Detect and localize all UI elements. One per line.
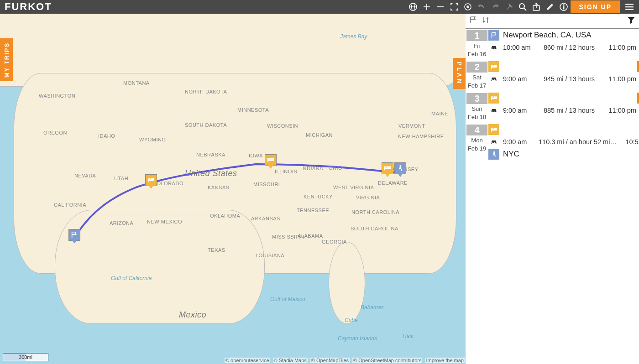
flag-icon — [488, 30, 499, 41]
info-icon[interactable] — [557, 0, 571, 14]
state-label: WISCONSIN — [267, 123, 298, 129]
stop-overnight[interactable] — [488, 61, 639, 73]
plan-tab[interactable]: PLAN — [453, 58, 466, 89]
map[interactable]: WASHINGTONMONTANANORTH DAKOTAMINNESOTASO… — [0, 14, 466, 364]
state-label: NEBRASKA — [196, 152, 225, 157]
sort-icon[interactable] — [482, 16, 490, 26]
state-label: WYOMING — [139, 137, 166, 142]
car-icon — [488, 44, 499, 51]
day-block: 1 FriFeb 16 Newport Beach, CA, USA 10:00… — [466, 29, 639, 61]
drive-row[interactable]: 9:00 am 885 mi / 13 hours 11:00 pm — [488, 104, 639, 117]
pin-icon[interactable] — [502, 0, 516, 14]
map-marker-overnight-2[interactable] — [265, 154, 277, 166]
car-icon — [488, 76, 499, 82]
day-meta: SatFeb 17 — [466, 73, 487, 89]
state-label: MINNESOTA — [237, 107, 269, 113]
state-label: TENNESSEE — [297, 208, 329, 213]
state-label: VIRGINIA — [356, 195, 380, 200]
state-label: ILLINOIS — [275, 169, 297, 174]
map-marker-overnight-3[interactable] — [382, 162, 393, 174]
day-number[interactable]: 4 — [466, 125, 487, 135]
edit-icon[interactable] — [543, 0, 557, 14]
state-label: MISSOURI — [253, 182, 280, 187]
country-label: United States — [185, 169, 237, 178]
drive-depart: 9:00 am — [503, 75, 535, 83]
edge-marker — [637, 93, 639, 104]
state-label: OHIO — [329, 165, 342, 171]
stop-overnight[interactable] — [488, 124, 639, 135]
water-label: Gulf of California — [111, 275, 152, 281]
state-label: ARIZONA — [110, 220, 133, 226]
stop-end[interactable]: NYC — [488, 148, 639, 160]
state-label: WASHINGTON — [39, 93, 75, 99]
map-marker-end[interactable] — [394, 162, 406, 174]
day-block: 2 SatFeb 17 9:00 am 945 mi / 13 hours 11… — [466, 61, 639, 92]
globe-icon[interactable] — [406, 0, 420, 14]
state-label: TEXAS — [208, 247, 225, 253]
plan-panel: 1 FriFeb 16 Newport Beach, CA, USA 10:00… — [466, 14, 639, 364]
bed-icon — [488, 124, 499, 135]
state-label: IDAHO — [98, 133, 115, 139]
map-marker-overnight-1[interactable] — [145, 174, 157, 186]
drive-arrive: 11:00 pm — [603, 44, 636, 51]
state-label: SOUTH CAROLINA — [351, 226, 398, 231]
bed-icon — [488, 61, 499, 72]
drive-row[interactable]: 9:00 am 110.3 mi / an hour 52 mi… 10:52 … — [488, 135, 639, 148]
undo-icon[interactable] — [475, 0, 488, 14]
locate-icon[interactable] — [461, 0, 475, 14]
redo-icon[interactable] — [488, 0, 502, 14]
stop-overnight[interactable] — [488, 92, 639, 104]
state-label: KANSAS — [208, 185, 230, 190]
day-number[interactable]: 3 — [466, 93, 487, 104]
drive-dist: 860 mi / 12 hours — [539, 44, 600, 51]
fullscreen-icon[interactable] — [447, 0, 461, 14]
day-meta: SunFeb 18 — [466, 105, 487, 121]
state-label: COLORADO — [153, 181, 183, 186]
stop-start[interactable]: Newport Beach, CA, USA — [488, 29, 639, 41]
my-trips-tab[interactable]: MY TRIPS — [0, 38, 13, 81]
drive-depart: 9:00 am — [503, 138, 535, 146]
day-number[interactable]: 2 — [466, 62, 487, 73]
drive-row[interactable]: 9:00 am 945 mi / 13 hours 11:00 pm — [488, 73, 639, 85]
state-label: SOUTH DAKOTA — [185, 122, 227, 128]
state-label: INDIANA — [301, 166, 323, 171]
drive-arrive: 11:00 pm — [603, 107, 636, 114]
state-label: CALIFORNIA — [54, 202, 86, 208]
water-label: Bahamas — [361, 304, 384, 311]
bed-icon — [488, 93, 499, 104]
stop-name: NYC — [503, 150, 639, 159]
state-label: ARKANSAS — [251, 216, 280, 221]
day-meta: MonFeb 19 — [466, 136, 487, 152]
state-label: MONTANA — [123, 80, 150, 86]
state-label: DELAWARE — [378, 180, 408, 186]
drive-row[interactable]: 10:00 am 860 mi / 12 hours 11:00 pm — [488, 41, 639, 54]
car-icon — [488, 107, 499, 114]
logo[interactable]: FURKOT — [5, 1, 52, 13]
state-label: NEW MEXICO — [147, 219, 182, 224]
filter-icon[interactable] — [627, 16, 635, 26]
water-label: Haiti — [403, 333, 414, 339]
drive-dist: 945 mi / 13 hours — [539, 75, 600, 83]
menu-icon[interactable] — [623, 0, 636, 14]
topbar: FURKOT SIGN UP — [0, 0, 639, 14]
state-label: LOUISIANA — [256, 253, 284, 258]
state-label: VERMONT — [398, 123, 425, 129]
state-label: NEVADA — [74, 173, 96, 178]
export-icon[interactable] — [529, 0, 543, 14]
zoom-in-icon[interactable] — [420, 0, 434, 14]
state-label: KENTUCKY — [304, 194, 333, 199]
drive-depart: 10:00 am — [503, 44, 535, 51]
drive-dist: 110.3 mi / an hour 52 mi… — [539, 138, 617, 146]
drive-arrive: 10:52 am — [620, 138, 639, 146]
signup-button[interactable]: SIGN UP — [571, 0, 620, 13]
drive-arrive: 11:00 pm — [603, 75, 636, 83]
edge-marker — [637, 61, 639, 72]
map-marker-start[interactable] — [68, 229, 80, 241]
day-block: 3 SunFeb 18 9:00 am 885 mi / 13 hours 11… — [466, 92, 639, 124]
flag-icon[interactable] — [469, 16, 477, 26]
zoom-out-icon[interactable] — [434, 0, 447, 14]
day-number[interactable]: 1 — [466, 30, 487, 41]
state-label: ALABAMA — [298, 233, 323, 239]
state-label: NEW HAMPSHIRE — [398, 134, 444, 139]
search-icon[interactable] — [516, 0, 529, 14]
